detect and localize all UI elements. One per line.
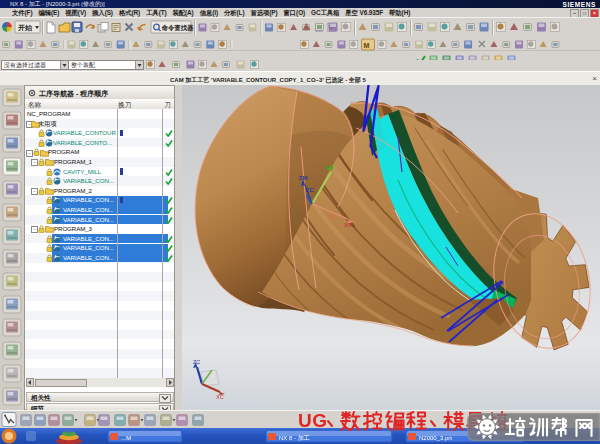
svg-text:ZC: ZC xyxy=(306,187,315,193)
svg-text:...M: ...M xyxy=(121,435,131,441)
svg-text:M: M xyxy=(364,42,370,49)
svg-text:UG: UG xyxy=(298,410,328,431)
svg-text:XM: XM xyxy=(344,222,353,228)
svg-text:ZM: ZM xyxy=(299,175,308,181)
svg-text:YM: YM xyxy=(324,165,333,171)
svg-text:开始: 开始 xyxy=(17,24,33,32)
svg-text:XC: XC xyxy=(216,394,224,400)
svg-text:ZC: ZC xyxy=(193,359,200,365)
svg-text:XC: XC xyxy=(328,214,337,220)
svg-text:命令查找器: 命令查找器 xyxy=(161,24,195,32)
